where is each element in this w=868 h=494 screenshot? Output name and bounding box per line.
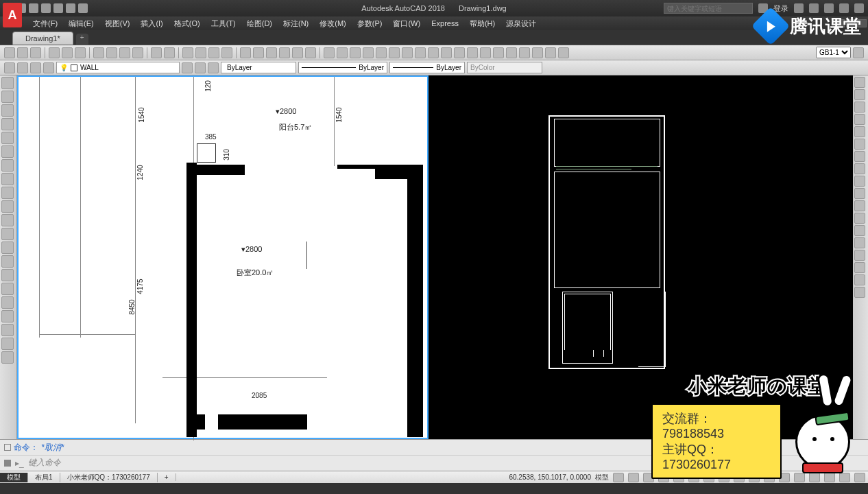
- gradient-icon[interactable]: [1, 283, 14, 295]
- ellipse-arc-icon[interactable]: [1, 214, 14, 226]
- markup-icon[interactable]: [292, 47, 303, 58]
- cut-icon[interactable]: [93, 47, 104, 58]
- add-layout-button[interactable]: +: [158, 473, 176, 481]
- dim-aligned-icon[interactable]: [337, 47, 348, 58]
- copy-obj-icon[interactable]: [854, 89, 865, 100]
- layout1-tab[interactable]: 布局1: [28, 473, 60, 482]
- rectangle-icon[interactable]: [1, 132, 14, 144]
- doc-tab[interactable]: Drawing1*: [12, 32, 73, 45]
- rotate-icon[interactable]: [854, 151, 865, 162]
- undo2-icon[interactable]: [151, 47, 162, 58]
- menu-view[interactable]: 视图(V): [99, 19, 136, 29]
- layer-on-icon[interactable]: [17, 62, 28, 73]
- dim-edit-icon[interactable]: [532, 47, 543, 58]
- menu-tools[interactable]: 工具(T): [206, 19, 241, 29]
- mirror-icon[interactable]: [854, 102, 865, 113]
- ellipse-icon[interactable]: [1, 200, 14, 213]
- dim-baseline-icon[interactable]: [428, 47, 439, 58]
- scale-icon[interactable]: [854, 163, 865, 174]
- snap-toggle-icon[interactable]: [628, 473, 639, 482]
- pline-icon[interactable]: [1, 104, 14, 117]
- custom-tab[interactable]: 小米老师QQ：1730260177: [60, 473, 158, 482]
- dim-update-icon[interactable]: [558, 47, 569, 58]
- redo2-icon[interactable]: [164, 47, 175, 58]
- plotstyle-select[interactable]: ByColor: [467, 62, 542, 73]
- dim-radius-icon[interactable]: [376, 47, 387, 58]
- saveas-icon[interactable]: [41, 3, 51, 13]
- plot-icon[interactable]: [53, 3, 63, 13]
- layer-lock-icon[interactable]: [43, 62, 54, 73]
- insert-block-icon[interactable]: [1, 228, 14, 240]
- layer-props-icon[interactable]: [4, 62, 15, 73]
- menu-window[interactable]: 窗口(W): [387, 19, 426, 29]
- table-icon[interactable]: [1, 310, 14, 322]
- region-icon[interactable]: [1, 296, 14, 309]
- extend-icon[interactable]: [854, 200, 865, 211]
- hatch-icon[interactable]: [1, 269, 14, 281]
- menu-insert[interactable]: 插入(I): [135, 19, 168, 29]
- xline-icon[interactable]: [1, 91, 14, 103]
- publish-icon[interactable]: [75, 47, 86, 58]
- properties-icon[interactable]: [240, 47, 251, 58]
- cmd-x-icon[interactable]: [4, 460, 11, 467]
- grid-toggle-icon[interactable]: [613, 473, 624, 482]
- pan-icon[interactable]: [182, 47, 193, 58]
- menu-dimension[interactable]: 标注(N): [278, 19, 314, 29]
- tool-palette-icon[interactable]: [266, 47, 277, 58]
- circle-icon[interactable]: [1, 159, 14, 172]
- chamfer-icon[interactable]: [854, 250, 865, 261]
- layer-iso-icon[interactable]: [208, 62, 219, 73]
- dim-style-select[interactable]: GB1-1: [816, 47, 851, 58]
- jogged-icon[interactable]: [519, 47, 530, 58]
- color-select[interactable]: ByLayer: [221, 62, 296, 73]
- exchange-icon[interactable]: [794, 3, 804, 13]
- layer-select[interactable]: 💡 WALL: [56, 62, 180, 73]
- open-file-icon[interactable]: [17, 47, 28, 58]
- trim-icon[interactable]: [854, 188, 865, 199]
- zoom-win-icon[interactable]: [208, 47, 219, 58]
- save-file-icon[interactable]: [30, 47, 41, 58]
- mtext-icon[interactable]: [1, 324, 14, 336]
- help-icon[interactable]: [809, 3, 819, 13]
- dim-quick-icon[interactable]: [415, 47, 426, 58]
- dim-text-edit-icon[interactable]: [545, 47, 556, 58]
- dim-diam-icon[interactable]: [389, 47, 400, 58]
- fillet-icon[interactable]: [854, 262, 865, 273]
- erase-icon[interactable]: [854, 77, 865, 88]
- menu-modify[interactable]: 修改(M): [314, 19, 352, 29]
- tolerance-icon[interactable]: [480, 47, 491, 58]
- spline-icon[interactable]: [1, 187, 14, 199]
- join-icon[interactable]: [854, 237, 865, 248]
- print-icon[interactable]: [49, 47, 60, 58]
- command-prompt[interactable]: 键入命令: [28, 457, 61, 469]
- dim-space-icon[interactable]: [454, 47, 465, 58]
- polygon-icon[interactable]: [1, 118, 14, 130]
- app-logo-icon[interactable]: A: [3, 3, 22, 27]
- inspect-icon[interactable]: [506, 47, 517, 58]
- array-icon[interactable]: [854, 126, 865, 137]
- sheet-set-icon[interactable]: [279, 47, 290, 58]
- menu-yuanquan[interactable]: 源泉设计: [501, 19, 542, 29]
- stretch-icon[interactable]: [854, 176, 865, 187]
- close-icon[interactable]: [854, 3, 864, 13]
- revcloud-icon[interactable]: [1, 173, 14, 185]
- space-label[interactable]: 模型: [595, 473, 609, 482]
- menu-format[interactable]: 格式(O): [169, 19, 206, 29]
- copy-icon[interactable]: [106, 47, 117, 58]
- minimize-icon[interactable]: [824, 3, 834, 13]
- arc-icon[interactable]: [1, 145, 14, 158]
- point-icon[interactable]: [1, 255, 14, 268]
- add-tab-button[interactable]: +: [76, 34, 88, 45]
- lineweight-select[interactable]: ByLayer: [389, 62, 465, 73]
- menu-express[interactable]: Express: [426, 19, 464, 27]
- paste-icon[interactable]: [119, 47, 130, 58]
- menu-help[interactable]: 帮助(H): [464, 19, 501, 29]
- dim-arc-icon[interactable]: [350, 47, 361, 58]
- designcenter-icon[interactable]: [253, 47, 264, 58]
- dim-ord-icon[interactable]: [363, 47, 374, 58]
- search-input[interactable]: [664, 3, 753, 14]
- addsel-icon[interactable]: [1, 338, 14, 350]
- break-icon[interactable]: [854, 225, 865, 236]
- viewport-left[interactable]: 120 1540 1540 385 310 1240 8450 4175 208…: [17, 75, 429, 439]
- dim-linear-icon[interactable]: [324, 47, 335, 58]
